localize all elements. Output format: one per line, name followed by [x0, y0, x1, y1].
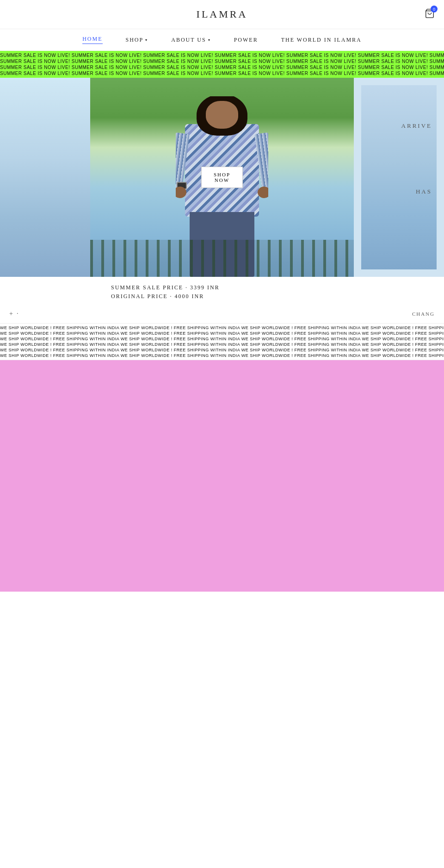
change-label: CHANG [412, 311, 435, 317]
ticker-row-1: SUMMER SALE IS NOW LIVE! SUMMER SALE IS … [0, 53, 444, 58]
summer-sale-ticker: SUMMER SALE IS NOW LIVE! SUMMER SALE IS … [0, 51, 444, 78]
shipping-row-2: WE SHIP WORLDWIDE ! FREE SHIPPING WITHIN… [0, 331, 444, 336]
shop-now-button[interactable]: SHOP NOW [201, 167, 243, 188]
shop-dropdown-arrow: ▾ [145, 38, 148, 42]
product-info: SUMMER SALE PRICE · 3399 INR ORIGINAL PR… [0, 277, 444, 305]
nav-about[interactable]: ABOUT US ▾ [171, 37, 210, 44]
arrive-text: ARRIVE [401, 122, 432, 130]
navigation: HOME SHOP ▾ ABOUT US ▾ POWER THE WORLD I… [0, 29, 444, 51]
hero-right-panel: ARRIVE HAS [354, 78, 444, 277]
hero-left-panel [0, 78, 90, 277]
nav-power[interactable]: POWER [234, 37, 258, 44]
has-text: HAS [416, 188, 432, 195]
hero-center-panel: SHOP NOW [90, 78, 354, 277]
nav-world[interactable]: THE WORLD IN ILAMRA [281, 37, 362, 44]
cart-button[interactable]: 0 [425, 8, 435, 20]
cart-area: 0 [425, 8, 435, 20]
cart-count: 0 [431, 6, 438, 12]
slideshow-controls: + · CHANG [0, 305, 444, 323]
about-dropdown-arrow: ▾ [208, 38, 211, 42]
shipping-ticker: WE SHIP WORLDWIDE ! FREE SHIPPING WITHIN… [0, 323, 444, 360]
nav-shop[interactable]: SHOP ▾ [126, 37, 148, 44]
shipping-row-6: WE SHIP WORLDWIDE ! FREE SHIPPING WITHIN… [0, 353, 444, 358]
sale-price: SUMMER SALE PRICE · 3399 INR [111, 284, 435, 291]
header: ILAMRA 0 [0, 0, 444, 29]
ticker-row-4: SUMMER SALE IS NOW LIVE! SUMMER SALE IS … [0, 71, 444, 76]
ticker-row-2: SUMMER SALE IS NOW LIVE! SUMMER SALE IS … [0, 59, 444, 64]
dot-plus[interactable]: + [9, 310, 13, 318]
hero-section: SHOP NOW ARRIVE HAS [0, 78, 444, 277]
original-price: ORIGINAL PRICE · 4000 INR [111, 293, 435, 300]
shipping-row-1: WE SHIP WORLDWIDE ! FREE SHIPPING WITHIN… [0, 325, 444, 330]
pink-section [0, 360, 444, 592]
shipping-row-3: WE SHIP WORLDWIDE ! FREE SHIPPING WITHIN… [0, 337, 444, 341]
dot-bullet[interactable]: · [17, 310, 18, 318]
shipping-row-4: WE SHIP WORLDWIDE ! FREE SHIPPING WITHIN… [0, 342, 444, 347]
ticker-row-3: SUMMER SALE IS NOW LIVE! SUMMER SALE IS … [0, 65, 444, 70]
logo: ILAMRA [197, 8, 248, 20]
nav-home[interactable]: HOME [82, 36, 102, 44]
shipping-row-5: WE SHIP WORLDWIDE ! FREE SHIPPING WITHIN… [0, 348, 444, 352]
